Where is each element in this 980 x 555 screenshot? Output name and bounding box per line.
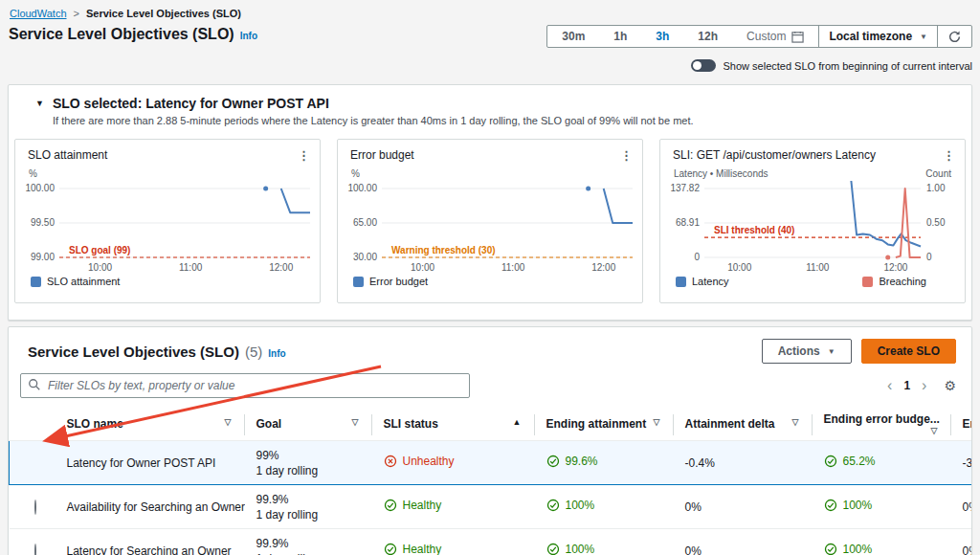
legend-item: Latency <box>676 276 729 287</box>
column-header-goal[interactable]: Goal▽ <box>245 410 372 441</box>
slo-table: SLO name▽ Goal▽ SLI status▲ Ending attai… <box>9 410 971 555</box>
search-icon <box>28 378 41 391</box>
previous-page-icon[interactable]: ‹ <box>887 378 892 393</box>
slo-name-cell: Latency for Owner POST API <box>56 441 245 485</box>
refresh-button[interactable] <box>937 26 971 47</box>
time-range-12h[interactable]: 12h <box>683 26 732 47</box>
goal-cell: 99%1 day rolling <box>245 441 372 485</box>
sort-ascending-icon[interactable]: ▲ <box>513 417 522 427</box>
success-icon <box>824 543 837 555</box>
refresh-icon <box>947 30 962 44</box>
row-radio[interactable] <box>34 500 36 515</box>
legend-label: Error budget <box>369 276 428 287</box>
time-range-30m[interactable]: 30m <box>547 26 599 47</box>
slo-name-cell: Availability for Searching an Owner <box>56 485 245 529</box>
legend-label: SLO attainment <box>47 276 120 287</box>
legend-label: Latency <box>692 276 729 287</box>
page-title: Service Level Objectives (SLO) <box>9 26 234 43</box>
kebab-menu-icon[interactable]: ⋮ <box>620 149 633 162</box>
svg-text:Warning threshold (30): Warning threshold (30) <box>391 245 496 255</box>
toggle-knob <box>693 61 702 70</box>
y-axis-unit: Latency • Milliseconds <box>674 168 768 179</box>
slo-filter-input[interactable] <box>20 373 470 398</box>
show-slo-toggle[interactable] <box>691 59 716 72</box>
truncated-value: 0% <box>951 485 972 529</box>
svg-text:SLI threshold (40): SLI threshold (40) <box>714 225 794 235</box>
breadcrumb-link-cloudwatch[interactable]: CloudWatch <box>10 8 67 19</box>
chart-legend: Error budget <box>338 276 642 287</box>
table-row[interactable]: Latency for Searching an Owner 99.9%1 da… <box>10 529 972 555</box>
success-icon <box>546 499 560 512</box>
column-header-attainment-delta[interactable]: Attainment delta▽ <box>674 410 813 441</box>
slo-selected-panel: ▼ SLO selected: Latency for Owner POST A… <box>8 84 972 321</box>
unhealthy-icon <box>384 455 397 468</box>
chart-title: Error budget <box>350 148 414 162</box>
attainment-delta-value: 0% <box>674 529 813 555</box>
time-range-1h[interactable]: 1h <box>599 26 641 47</box>
filter-triangle-icon[interactable]: ▽ <box>352 417 359 427</box>
chart-plot: 137.8268.9101.000.50010:0011:0012:00SLI … <box>660 179 965 275</box>
create-slo-button[interactable]: Create SLO <box>861 339 956 364</box>
filter-triangle-icon[interactable]: ▽ <box>931 426 938 435</box>
time-range-3h[interactable]: 3h <box>641 26 683 47</box>
chart-title: SLI: GET /api/customer/owners Latency <box>673 148 876 162</box>
slo-panel-title: SLO selected: Latency for Owner POST API <box>53 96 329 111</box>
kebab-menu-icon[interactable]: ⋮ <box>943 149 955 162</box>
svg-text:SLO goal (99): SLO goal (99) <box>69 245 130 255</box>
svg-text:12:00: 12:00 <box>591 262 615 273</box>
y-axis-unit: % <box>29 168 37 179</box>
chart-title: SLO attainment <box>28 148 107 162</box>
info-link[interactable]: Info <box>268 348 285 359</box>
info-link[interactable]: Info <box>240 31 257 41</box>
filter-triangle-icon[interactable]: ▽ <box>225 417 232 427</box>
svg-text:65.00: 65.00 <box>353 217 377 228</box>
table-count: (5) <box>245 344 262 360</box>
legend-item: Breaching <box>862 276 926 287</box>
chevron-down-icon: ▼ <box>828 347 835 356</box>
svg-text:11:00: 11:00 <box>179 262 203 273</box>
filter-triangle-icon[interactable]: ▽ <box>654 417 660 427</box>
success-icon <box>824 499 837 512</box>
chart-legend: LatencyBreaching <box>660 276 965 287</box>
row-radio[interactable] <box>34 544 36 555</box>
legend-label: Breaching <box>879 276 926 287</box>
status-badge: Unhealthy <box>384 455 455 468</box>
breadcrumb-separator-icon: > <box>74 8 79 19</box>
svg-text:12:00: 12:00 <box>269 262 293 273</box>
success-icon <box>824 455 837 468</box>
chart-card-error-budget: Error budget ⋮ % 100.0065.0030.0010:0011… <box>337 139 643 303</box>
column-header-ending-attainment[interactable]: Ending attainment▽ <box>535 410 674 441</box>
svg-text:68.91: 68.91 <box>676 217 700 228</box>
column-header-truncated[interactable]: Err <box>951 410 972 441</box>
table-row[interactable]: Availability for Searching an Owner 99.9… <box>10 485 972 529</box>
kebab-menu-icon[interactable]: ⋮ <box>298 149 310 162</box>
next-page-icon[interactable]: › <box>922 378 926 393</box>
actions-button[interactable]: Actions ▼ <box>762 339 852 364</box>
legend-swatch <box>676 277 686 287</box>
column-header-ending-error-budget[interactable]: Ending error budge...▽ <box>813 410 951 441</box>
ending-attainment-value: 100% <box>546 543 595 555</box>
collapse-triangle-icon[interactable]: ▼ <box>35 99 44 108</box>
svg-text:137.82: 137.82 <box>670 183 700 193</box>
time-range-custom[interactable]: Custom <box>732 26 818 47</box>
timezone-dropdown[interactable]: Local timezone ▼ <box>818 26 937 47</box>
svg-text:0: 0 <box>694 252 700 262</box>
toggle-label: Show selected SLO from beginning of curr… <box>724 60 972 72</box>
svg-text:12:00: 12:00 <box>883 262 907 273</box>
y-axis-unit: % <box>351 168 360 179</box>
truncated-value: -34 <box>951 441 972 485</box>
page-number[interactable]: 1 <box>903 379 910 392</box>
gear-icon[interactable]: ⚙ <box>944 378 956 393</box>
ending-attainment-value: 99.6% <box>546 455 598 468</box>
slo-panel-description: If there are more than 2.88 5-minute per… <box>53 115 971 126</box>
svg-text:30.00: 30.00 <box>353 252 377 262</box>
success-icon <box>546 543 560 555</box>
column-header-sli-status[interactable]: SLI status▲ <box>372 410 535 441</box>
slo-name-cell: Latency for Searching an Owner <box>56 529 245 555</box>
svg-text:100.00: 100.00 <box>25 183 55 193</box>
table-row[interactable]: Latency for Owner POST API 99%1 day roll… <box>10 441 972 485</box>
ending-error-budget-value: 100% <box>824 499 873 512</box>
attainment-delta-value: -0.4% <box>674 441 813 485</box>
column-header-slo-name[interactable]: SLO name▽ <box>56 410 245 441</box>
filter-triangle-icon[interactable]: ▽ <box>792 417 799 427</box>
